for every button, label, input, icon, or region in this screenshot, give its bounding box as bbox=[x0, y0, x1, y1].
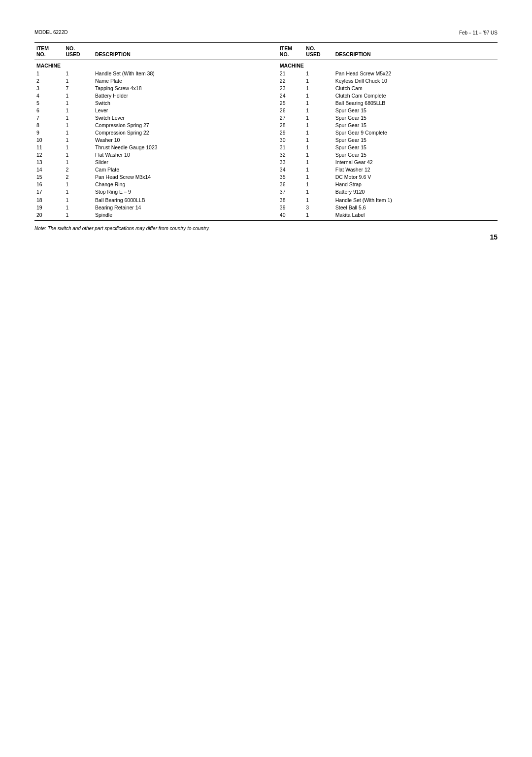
right-description-cell: DC Motor 9.6 V bbox=[333, 173, 498, 180]
left-no-used-cell: 1 bbox=[64, 143, 93, 151]
left-no-used-header: NO.USED bbox=[64, 43, 93, 60]
right-item-no-cell: 25 bbox=[275, 99, 304, 106]
left-no-used-cell: 1 bbox=[64, 188, 93, 196]
right-item-no-cell: 28 bbox=[275, 121, 304, 129]
right-item-no-cell: 26 bbox=[275, 106, 304, 114]
left-item-no-cell: 6 bbox=[34, 106, 64, 114]
left-item-no-cell: 14 bbox=[34, 166, 64, 173]
table-row: 191Bearing Retainer 14393Steel Ball 5.6 bbox=[34, 204, 498, 211]
left-item-no-cell: 2 bbox=[34, 77, 64, 84]
left-item-no-cell: 7 bbox=[34, 114, 64, 121]
table-row: 142Cam Plate341Flat Washer 12 bbox=[34, 166, 498, 173]
border-cell bbox=[333, 218, 498, 221]
table-row: 41Battery Holder241Clutch Cam Complete bbox=[34, 92, 498, 99]
left-item-no-cell: 13 bbox=[34, 158, 64, 166]
right-description-cell: Spur Gear 9 Complete bbox=[333, 129, 498, 136]
right-item-no-cell: 30 bbox=[275, 136, 304, 143]
left-item-no-cell: 4 bbox=[34, 92, 64, 99]
border-cell bbox=[34, 218, 64, 221]
right-item-no-cell: 27 bbox=[275, 114, 304, 121]
right-description-cell: Spur Gear 15 bbox=[333, 151, 498, 158]
right-no-used-cell: 3 bbox=[304, 204, 333, 211]
left-item-no-cell: 18 bbox=[34, 196, 64, 204]
table-row: 61Lever261Spur Gear 15 bbox=[34, 106, 498, 114]
right-no-used-cell: 1 bbox=[304, 129, 333, 136]
right-description-cell: Ball Bearing 6805LLB bbox=[333, 99, 498, 106]
row-spacer bbox=[257, 84, 275, 92]
row-spacer bbox=[257, 136, 275, 143]
table-row: 71Switch Lever271Spur Gear 15 bbox=[34, 114, 498, 121]
parts-table: ITEMNO. NO.USED DESCRIPTION ITEMNO. NO.U… bbox=[34, 42, 498, 221]
right-no-used-cell: 1 bbox=[304, 99, 333, 106]
row-spacer bbox=[257, 188, 275, 196]
row-spacer bbox=[257, 129, 275, 136]
right-item-no-cell: 23 bbox=[275, 84, 304, 92]
left-description-cell: Handle Set (With Item 38) bbox=[93, 69, 257, 77]
row-spacer bbox=[257, 204, 275, 211]
left-description-cell: Switch Lever bbox=[93, 114, 257, 121]
table-row: 181Ball Bearing 6000LLB381Handle Set (Wi… bbox=[34, 196, 498, 204]
right-description-cell: Spur Gear 15 bbox=[333, 114, 498, 121]
right-no-used-cell: 1 bbox=[304, 69, 333, 77]
row-spacer bbox=[257, 180, 275, 188]
left-item-no-cell: 16 bbox=[34, 180, 64, 188]
left-description-cell: Thrust Needle Gauge 1023 bbox=[93, 143, 257, 151]
right-item-no-cell: 35 bbox=[275, 173, 304, 180]
right-description-cell: Flat Washer 12 bbox=[333, 166, 498, 173]
left-item-no-cell: 8 bbox=[34, 121, 64, 129]
left-no-used-cell: 1 bbox=[64, 136, 93, 143]
right-description-cell: Spur Gear 15 bbox=[333, 106, 498, 114]
row-spacer bbox=[257, 166, 275, 173]
left-no-used-cell: 1 bbox=[64, 106, 93, 114]
left-description-cell: Slider bbox=[93, 158, 257, 166]
column-header-row: ITEMNO. NO.USED DESCRIPTION ITEMNO. NO.U… bbox=[34, 43, 498, 60]
right-no-used-cell: 1 bbox=[304, 84, 333, 92]
border-cell bbox=[93, 218, 257, 221]
left-description-cell: Change Ring bbox=[93, 180, 257, 188]
table-row: 21Name Plate221Keyless Drill Chuck 10 bbox=[34, 77, 498, 84]
right-item-no-cell: 34 bbox=[275, 166, 304, 173]
row-spacer bbox=[257, 196, 275, 204]
left-no-used-cell: 1 bbox=[64, 77, 93, 84]
left-item-no-cell: 11 bbox=[34, 143, 64, 151]
left-description-header: DESCRIPTION bbox=[93, 43, 257, 60]
right-description-cell: Spur Gear 15 bbox=[333, 143, 498, 151]
right-description-cell: Clutch Cam Complete bbox=[333, 92, 498, 99]
left-no-used-cell: 1 bbox=[64, 196, 93, 204]
table-row: 131Slider331Internal Gear 42 bbox=[34, 158, 498, 166]
right-section-label: MACHINE bbox=[275, 60, 498, 70]
right-no-used-cell: 1 bbox=[304, 211, 333, 218]
right-item-no-cell: 29 bbox=[275, 129, 304, 136]
left-item-no-cell: 1 bbox=[34, 69, 64, 77]
right-no-used-cell: 1 bbox=[304, 188, 333, 196]
table-row: 51Switch251Ball Bearing 6805LLB bbox=[34, 99, 498, 106]
right-item-no-cell: 37 bbox=[275, 188, 304, 196]
right-no-used-cell: 1 bbox=[304, 173, 333, 180]
date-label: Feb－11－'97 US bbox=[459, 30, 498, 36]
left-description-cell: Lever bbox=[93, 106, 257, 114]
left-item-no-cell: 17 bbox=[34, 188, 64, 196]
right-no-used-cell: 1 bbox=[304, 121, 333, 129]
note-text: Note: The switch and other part specific… bbox=[34, 226, 498, 231]
right-item-no-cell: 22 bbox=[275, 77, 304, 84]
right-description-header: DESCRIPTION bbox=[333, 43, 498, 60]
right-description-cell: Pan Head Screw M5x22 bbox=[333, 69, 498, 77]
left-description-cell: Ball Bearing 6000LLB bbox=[93, 196, 257, 204]
left-no-used-cell: 2 bbox=[64, 173, 93, 180]
left-no-used-cell: 1 bbox=[64, 121, 93, 129]
right-item-no-cell: 21 bbox=[275, 69, 304, 77]
border-cell bbox=[275, 218, 304, 221]
left-description-cell: Stop Ring E－9 bbox=[93, 188, 257, 196]
right-no-used-cell: 1 bbox=[304, 166, 333, 173]
right-no-used-cell: 1 bbox=[304, 92, 333, 99]
left-item-no-cell: 15 bbox=[34, 173, 64, 180]
left-description-cell: Bearing Retainer 14 bbox=[93, 204, 257, 211]
left-description-cell: Washer 10 bbox=[93, 136, 257, 143]
left-no-used-cell: 1 bbox=[64, 158, 93, 166]
left-item-no-cell: 20 bbox=[34, 211, 64, 218]
right-item-no-cell: 31 bbox=[275, 143, 304, 151]
table-row: 121Flat Washer 10321Spur Gear 15 bbox=[34, 151, 498, 158]
left-no-used-cell: 1 bbox=[64, 129, 93, 136]
right-description-cell: Internal Gear 42 bbox=[333, 158, 498, 166]
section-label-row: MACHINE MACHINE bbox=[34, 60, 498, 70]
